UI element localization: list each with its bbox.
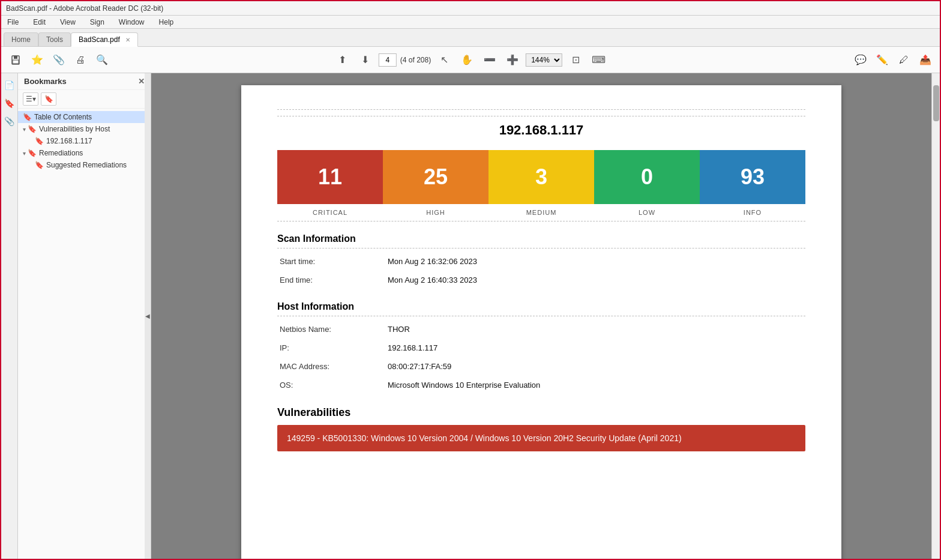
severity-labels: CRITICAL HIGH MEDIUM LOW INFO: [277, 209, 805, 221]
host-info-table: Netbios Name: THOR IP: 192.168.1.117 MAC…: [277, 320, 805, 394]
high-cell: 25: [383, 150, 489, 204]
scroll-mode-button[interactable]: ⌨: [589, 50, 608, 70]
hand-tool-button[interactable]: ✋: [457, 50, 477, 70]
pdf-page: 192.168.1.117 11 25 3 0: [241, 85, 841, 559]
os-value: Microsoft Windows 10 Enterprise Evaluati…: [385, 376, 805, 394]
ip-row: IP: 192.168.1.117: [277, 339, 805, 357]
high-count: 25: [424, 164, 448, 190]
collapse-arrow-icon: ◀: [145, 313, 150, 319]
mac-row: MAC Address: 08:00:27:17:FA:59: [277, 357, 805, 376]
menu-sign[interactable]: Sign: [86, 17, 108, 28]
window-title: BadScan.pdf - Adobe Acrobat Reader DC (3…: [6, 4, 163, 13]
vuln-section-title: Vulnerabilities: [277, 406, 805, 419]
save-button[interactable]: [6, 50, 25, 70]
print-button[interactable]: 🖨: [71, 50, 90, 70]
new-bookmark-button[interactable]: 🔖: [41, 92, 56, 106]
host-info-title: Host Information: [277, 301, 805, 316]
panel-collapse-handle[interactable]: ◀: [145, 73, 151, 559]
bookmarks-header: Bookmarks ✕: [18, 73, 151, 90]
search-button[interactable]: 🔍: [92, 50, 112, 70]
page-down-button[interactable]: ⬇: [356, 50, 375, 70]
select-tool-button[interactable]: ↖: [434, 50, 454, 70]
bookmark-remediations-label: Remediations: [39, 149, 83, 157]
vuln-item-0: 149259 - KB5001330: Windows 10 Version 2…: [277, 425, 805, 451]
bookmark-vuln-label: Vulnerabilities by Host: [39, 125, 110, 133]
share-button[interactable]: 📤: [916, 50, 935, 70]
bookmark-icon-rem: 🔖: [28, 149, 37, 157]
tab-home[interactable]: Home: [4, 32, 38, 46]
menu-view[interactable]: View: [56, 17, 79, 28]
attach-button[interactable]: 📎: [49, 50, 68, 70]
main-area: 📄 🔖 📎 Bookmarks ✕ ☰▾ 🔖 🔖 Table Of Conten…: [1, 73, 940, 559]
window-frame: BadScan.pdf - Adobe Acrobat Reader DC (3…: [0, 0, 941, 560]
tab-tools[interactable]: Tools: [38, 32, 71, 46]
bookmark-host-ip[interactable]: 🔖 192.168.1.117: [18, 135, 151, 147]
netbios-value: THOR: [385, 320, 805, 339]
start-time-label: Start time:: [277, 252, 385, 271]
attachments-icon[interactable]: 📎: [2, 114, 17, 128]
start-time-value: Mon Aug 2 16:32:06 2023: [385, 252, 805, 271]
page-thumbnails-icon[interactable]: 📄: [2, 78, 17, 92]
zoom-in-button[interactable]: ➕: [503, 50, 522, 70]
bookmark-vuln-by-host[interactable]: ▾ 🔖 Vulnerabilities by Host: [18, 123, 151, 135]
scroll-thumb[interactable]: [933, 85, 939, 121]
tab-bar: Home Tools BadScan.pdf ✕: [1, 29, 940, 47]
critical-cell: 11: [277, 150, 383, 204]
low-count: 0: [641, 164, 653, 190]
side-icons: 📄 🔖 📎: [1, 73, 18, 559]
info-count: 93: [741, 164, 765, 190]
highlight-button[interactable]: 🖊: [894, 50, 913, 70]
bookmarks-toolbar: ☰▾ 🔖: [18, 90, 151, 109]
tab-close-icon[interactable]: ✕: [125, 37, 130, 43]
info-label: INFO: [700, 209, 805, 216]
end-time-row: End time: Mon Aug 2 16:40:33 2023: [277, 271, 805, 289]
pdf-viewer[interactable]: 192.168.1.117 11 25 3 0: [151, 73, 931, 559]
fit-page-button[interactable]: ⊡: [566, 50, 585, 70]
pen-button[interactable]: ✏️: [873, 50, 892, 70]
bookmarks-icon[interactable]: 🔖: [2, 96, 17, 110]
scan-info-title: Scan Information: [277, 233, 805, 248]
bookmark-icon-toc: 🔖: [23, 113, 32, 121]
bookmark-button[interactable]: ⭐: [28, 50, 47, 70]
bookmark-icon-ip: 🔖: [35, 137, 44, 145]
menu-window[interactable]: Window: [115, 17, 148, 28]
page-total: (4 of 208): [400, 56, 431, 64]
title-bar: BadScan.pdf - Adobe Acrobat Reader DC (3…: [1, 1, 940, 16]
start-time-row: Start time: Mon Aug 2 16:32:06 2023: [277, 252, 805, 271]
bookmark-suggested-rem[interactable]: 🔖 Suggested Remediations: [18, 159, 151, 171]
ip-label: IP:: [277, 339, 385, 357]
zoom-out-button[interactable]: ➖: [480, 50, 499, 70]
bookmark-options-button[interactable]: ☰▾: [23, 92, 38, 106]
menu-help[interactable]: Help: [155, 17, 178, 28]
tab-badscan[interactable]: BadScan.pdf ✕: [71, 32, 138, 47]
severity-bar: 11 25 3 0 93: [277, 150, 805, 204]
high-label: HIGH: [383, 209, 489, 216]
bookmark-toc[interactable]: 🔖 Table Of Contents: [18, 111, 151, 123]
menu-edit[interactable]: Edit: [29, 17, 49, 28]
bookmark-toc-label: Table Of Contents: [34, 113, 92, 121]
netbios-row: Netbios Name: THOR: [277, 320, 805, 339]
expand-arrow-rem: ▾: [23, 150, 26, 157]
toolbar-center: ⬆ ⬇ (4 of 208) ↖ ✋ ➖ ➕ 144% 50% 75% 100%…: [333, 50, 608, 70]
bookmarks-panel: Bookmarks ✕ ☰▾ 🔖 🔖 Table Of Contents ▾ 🔖…: [18, 73, 151, 559]
low-cell: 0: [594, 150, 700, 204]
close-bookmarks-icon[interactable]: ✕: [138, 77, 145, 86]
bookmark-suggested-rem-label: Suggested Remediations: [46, 161, 127, 169]
page-up-button[interactable]: ⬆: [333, 50, 352, 70]
menu-file[interactable]: File: [4, 17, 22, 28]
right-scrollbar[interactable]: [931, 73, 940, 559]
page-number-input[interactable]: [379, 53, 397, 67]
end-time-label: End time:: [277, 271, 385, 289]
svg-rect-2: [13, 60, 19, 64]
bookmark-icon-vuln: 🔖: [28, 125, 37, 133]
zoom-select[interactable]: 144% 50% 75% 100% 125% 150% 200%: [526, 53, 562, 67]
medium-cell: 3: [489, 150, 594, 204]
bookmark-remediations[interactable]: ▾ 🔖 Remediations: [18, 147, 151, 159]
bookmark-icon-sugrem: 🔖: [35, 161, 44, 169]
medium-label: MEDIUM: [489, 209, 594, 216]
toolbar: ⭐ 📎 🖨 🔍 ⬆ ⬇ (4 of 208) ↖ ✋ ➖ ➕ 144% 50% …: [1, 47, 940, 73]
bookmark-host-ip-label: 192.168.1.117: [46, 137, 92, 145]
mac-label: MAC Address:: [277, 357, 385, 376]
os-label: OS:: [277, 376, 385, 394]
comment-button[interactable]: 💬: [851, 50, 870, 70]
